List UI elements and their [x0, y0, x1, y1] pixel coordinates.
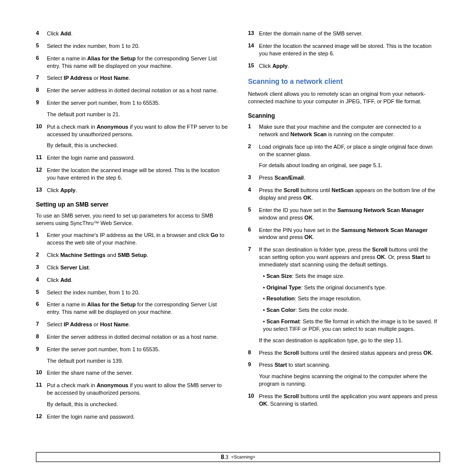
step-item: 8Enter the server address in dotted deci…	[36, 333, 228, 341]
step-text: Enter a name in Alias for the Setup for …	[47, 55, 228, 70]
bullet-item: Scan Format: Sets the file format in whi…	[259, 318, 440, 333]
step-number: 11	[36, 382, 47, 408]
bullet-item: Original Type: Sets the original documen…	[259, 284, 440, 291]
step-subtext: The default port number is 21.	[47, 111, 228, 118]
step-item: 5Enter the ID you have set in the Samsun…	[248, 207, 440, 222]
step-subtext: By default, this is unchecked.	[47, 142, 228, 149]
step-item: 9Press Start to start scanning.Your mach…	[248, 361, 440, 388]
step-number: 8	[36, 87, 47, 94]
step-item: 9Enter the server port number, from 1 to…	[36, 346, 228, 365]
step-number: 7	[36, 74, 47, 82]
chapter-label: <Scanning>	[231, 455, 255, 460]
step-text: Press the Scroll buttons until NetScan a…	[259, 187, 440, 202]
step-text: Press Start to start scanning.Your machi…	[259, 361, 440, 388]
step-item: 1Make sure that your machine and the com…	[248, 123, 440, 138]
step-text: Click Server List.	[47, 264, 228, 271]
step-number: 13	[36, 187, 47, 194]
bullet-item: Scan Color: Sets the color mode.	[259, 306, 440, 314]
smb-heading: Setting up an SMB server	[36, 201, 228, 208]
step-number: 3	[36, 264, 47, 271]
scanning-steps: 1Make sure that your machine and the com…	[248, 123, 440, 408]
step-subtext: For details about loading an original, s…	[259, 162, 440, 169]
step-text: Enter the login name and password.	[47, 154, 228, 162]
step-text: Enter the login name and password.	[47, 413, 228, 421]
step-subtext: If the scan destination is application t…	[259, 337, 440, 344]
smb-steps-continued: 13Enter the domain name of the SMB serve…	[248, 30, 440, 69]
step-item: 15Click Apply.	[248, 62, 440, 70]
step-item: 2Load originals face up into the ADF, or…	[248, 143, 440, 170]
step-text: Load originals face up into the ADF, or …	[259, 143, 440, 170]
step-number: 5	[36, 42, 47, 50]
step-text: Enter your machine's IP address as the U…	[47, 232, 228, 246]
step-number: 1	[248, 123, 259, 138]
step-text: Enter the location the scanned image wil…	[47, 167, 228, 182]
step-text: Put a check mark in Anonymous if you wan…	[47, 123, 228, 150]
step-number: 11	[36, 154, 47, 162]
step-item: 13Enter the domain name of the SMB serve…	[248, 30, 440, 37]
step-item: 8Enter the server address in dotted deci…	[36, 87, 228, 94]
step-text: Select the index number, from 1 to 20.	[47, 289, 228, 296]
step-subtext: By default, this is unchecked.	[47, 401, 228, 408]
step-text: If the scan destination is folder type, …	[259, 246, 440, 344]
bullet-item: Scan Size: Sets the image size.	[259, 272, 440, 280]
step-item: 12Enter the location the scanned image w…	[36, 167, 228, 182]
step-text: Make sure that your machine and the comp…	[259, 123, 440, 138]
step-item: 2Click Machine Settings and SMB Setup.	[36, 251, 228, 259]
step-number: 12	[36, 413, 47, 421]
step-text: Click Apply.	[259, 62, 440, 70]
step-text: Select IP Address or Host Name.	[47, 74, 228, 82]
step-item: 10Enter the share name of the server.	[36, 369, 228, 377]
step-number: 2	[36, 251, 47, 259]
step-item: 1Enter your machine's IP address as the …	[36, 232, 228, 246]
step-text: Press the Scroll buttons until the desir…	[259, 349, 440, 357]
step-number: 6	[36, 301, 47, 316]
step-item: 3Click Server List.	[36, 264, 228, 271]
step-number: 15	[248, 62, 259, 70]
step-item: 11Put a check mark in Anonymous if you w…	[36, 382, 228, 408]
step-number: 9	[36, 99, 47, 118]
smb-steps: 1Enter your machine's IP address as the …	[36, 232, 228, 420]
step-item: 12Enter the login name and password.	[36, 413, 228, 421]
step-item: 14Enter the location the scanned image w…	[248, 42, 440, 57]
step-item: 5Select the index number, from 1 to 20.	[36, 42, 228, 50]
step-item: 7Select IP Address or Host Name.	[36, 321, 228, 328]
step-number: 3	[248, 174, 259, 182]
step-text: Select the index number, from 1 to 20.	[47, 42, 228, 50]
network-client-intro: Network client allows you to remotely sc…	[248, 90, 440, 105]
network-client-heading: Scanning to a network client	[248, 77, 440, 85]
two-column-layout: 4Click Add.5Select the index number, fro…	[36, 30, 440, 426]
scanning-heading: Scanning	[248, 112, 440, 119]
step-text: Enter a name in Alias for the Setup for …	[47, 301, 228, 316]
smb-intro: To use an SMB server, you need to set up…	[36, 212, 228, 227]
step-text: Click Add.	[47, 30, 228, 37]
step-item: 6Enter a name in Alias for the Setup for…	[36, 55, 228, 70]
step-text: Enter the server address in dotted decim…	[47, 333, 228, 341]
bullet-item: Resolution: Sets the image resolution.	[259, 295, 440, 302]
step-text: Enter the ID you have set in the Samsung…	[259, 207, 440, 222]
step-item: 10Press the Scroll buttons until the app…	[248, 393, 440, 408]
step-number: 7	[248, 246, 259, 344]
step-text: Enter the PIN you have set in the Samsun…	[259, 227, 440, 241]
step-text: Click Add.	[47, 276, 228, 284]
step-subtext: Your machine begins scanning the origina…	[259, 373, 440, 388]
step-item: 7Select IP Address or Host Name.	[36, 74, 228, 82]
step-number: 1	[36, 232, 47, 246]
step-number: 4	[36, 276, 47, 284]
step-number: 7	[36, 321, 47, 328]
step-number: 8	[248, 349, 259, 357]
step-number: 5	[248, 207, 259, 222]
step-text: Select IP Address or Host Name.	[47, 321, 228, 328]
step-number: 5	[36, 289, 47, 296]
step-subtext: The default port number is 139.	[47, 357, 228, 365]
step-text: Press the Scroll buttons until the appli…	[259, 393, 440, 408]
step-text: Press Scan/Email.	[259, 174, 440, 182]
step-number: 8	[36, 333, 47, 341]
step-text: Click Apply.	[47, 187, 228, 194]
step-item: 10Put a check mark in Anonymous if you w…	[36, 123, 228, 150]
step-number: 4	[248, 187, 259, 202]
step-number: 14	[248, 42, 259, 57]
step-number: 2	[248, 143, 259, 170]
step-item: 3Press Scan/Email.	[248, 174, 440, 182]
page-number-minor: .3	[224, 455, 228, 460]
step-number: 10	[36, 369, 47, 377]
